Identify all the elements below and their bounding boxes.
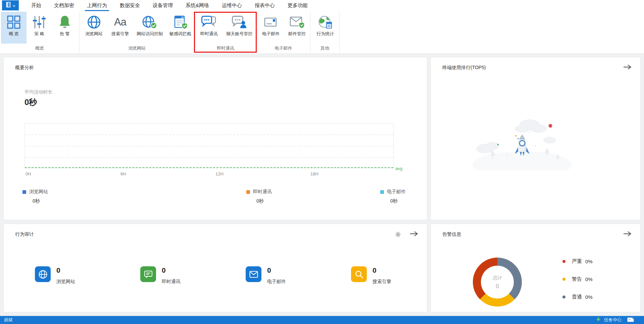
sensitive-word-shield-icon: [172, 14, 188, 30]
chart-gridline: [25, 157, 393, 158]
ribbon-item-sensitive-word[interactable]: 敏感词拦截: [166, 12, 194, 44]
search-icon[interactable]: [351, 266, 367, 282]
x-axis-tick: 12H: [215, 171, 224, 176]
avg-duration-label: 平均活动时长: [24, 89, 53, 95]
terminal-top5-card: 终端使用排行(TOP5): [431, 57, 641, 220]
ribbon-group-overview: 概 览 策 略 告 警 概览: [0, 12, 80, 53]
tab-ops-center[interactable]: 运维中心: [215, 0, 248, 11]
app-menu-button[interactable]: [2, 0, 19, 10]
legend-label: 即时通讯: [253, 189, 272, 195]
legend-swatch: [246, 190, 250, 194]
ribbon-item-label: 敏感词拦截: [169, 31, 191, 37]
legend-label: 严重: [572, 258, 582, 265]
summary-analysis-card: 概要分析 平均活动时长 0秒 avg 0H 6H 12H 18H 浏览网站 0秒…: [3, 57, 427, 220]
legend-label: 浏览网站: [29, 189, 48, 195]
legend-percent: 0%: [585, 294, 593, 300]
ribbon-item-label: 策 略: [34, 31, 44, 37]
ribbon-item-behavior-stats[interactable]: 行为统计: [311, 12, 339, 44]
audit-stat-browse: 0 浏览网站: [35, 266, 75, 285]
legend-swatch: [380, 190, 384, 194]
ribbon-item-mail-control[interactable]: 邮件管控: [284, 12, 310, 44]
ribbon-item-policy[interactable]: 策 略: [27, 12, 52, 44]
overview-grid-icon: [6, 14, 22, 30]
status-ready-text: 就绪: [4, 317, 13, 323]
ribbon-group-label: 概览: [0, 45, 79, 51]
ribbon-item-label: 概 览: [9, 31, 19, 37]
policy-sliders-icon: [31, 14, 47, 30]
tab-system-network[interactable]: 系统&网络: [179, 0, 215, 11]
audit-stat-im: 0 即时通讯: [140, 266, 181, 285]
statusbar-right: 任务中心: [596, 317, 640, 323]
arrow-right-icon[interactable]: [409, 231, 418, 238]
tab-internet-behavior[interactable]: 上网行为: [81, 0, 113, 11]
tab-start[interactable]: 开始: [25, 0, 48, 11]
ribbon-item-label: 告 警: [60, 31, 70, 37]
donut-total-label: 总计: [493, 275, 502, 281]
ribbon-item-site-access-control[interactable]: 网站访问控制: [133, 12, 166, 44]
arrow-right-icon[interactable]: [623, 64, 632, 71]
audit-stat-email: 0 电子邮件: [246, 266, 286, 285]
legend-label: 普通: [572, 294, 582, 300]
ribbon-toolbar: 概 览 策 略 告 警 概览: [0, 11, 644, 54]
ribbon-item-label: 网站访问控制: [137, 31, 163, 37]
download-arrow-icon[interactable]: [596, 317, 601, 323]
tab-doc-encrypt[interactable]: 文档加密: [48, 0, 81, 11]
audit-stat-search: 0 搜索引擎: [351, 266, 391, 285]
ribbon-item-chat-account-control[interactable]: 聊天账号管控: [222, 12, 256, 44]
alarm-legend-normal: 普通 0%: [562, 294, 593, 300]
ribbon-item-alert[interactable]: 告 警: [52, 12, 78, 44]
legend-dot: [562, 260, 565, 263]
tab-device-mgmt[interactable]: 设备管理: [146, 0, 179, 11]
alert-bell-icon: [57, 14, 73, 30]
site-access-globe-check-icon: [142, 14, 158, 30]
menu-tabs: 开始 文档加密 上网行为 数据安全 设备管理 系统&网络 运维中心 报表中心 更…: [25, 0, 314, 11]
mail-icon[interactable]: [246, 266, 261, 282]
x-axis-tick: 0H: [26, 171, 31, 176]
donut-center-label: 总计 0: [473, 258, 522, 307]
ribbon-group-label: 浏览网站: [80, 45, 194, 51]
legend-item-browse: 浏览网站 0秒: [22, 189, 48, 204]
empty-state-illustration: [472, 115, 573, 172]
ribbon-item-search-engine[interactable]: Aa 搜索引擎: [107, 12, 133, 44]
ribbon-group-other: 行为统计 其他: [310, 12, 340, 53]
task-center-link[interactable]: 任务中心: [604, 317, 622, 323]
legend-item-email: 电子邮件 0秒: [380, 189, 406, 204]
alarm-donut-chart: 总计 0: [473, 258, 522, 307]
statusbar: 就绪 任务中心: [0, 316, 644, 324]
avg-dashed-line: avg: [25, 167, 393, 168]
stat-value: 0: [56, 267, 75, 274]
card-title: 终端使用排行(TOP5): [442, 65, 486, 71]
gear-icon[interactable]: [395, 231, 401, 239]
tab-more-features[interactable]: 更多功能: [281, 0, 314, 11]
legend-dot: [562, 295, 565, 299]
legend-value: 0秒: [33, 198, 48, 204]
message-panel-icon[interactable]: [627, 317, 635, 323]
browse-globe-icon: [86, 14, 102, 30]
alarm-info-card: 告警信息 总计 0 严重 0% 警告 0% 普: [431, 224, 641, 312]
ribbon-item-overview[interactable]: 概 览: [1, 12, 27, 44]
ribbon-item-email[interactable]: 电子邮件: [258, 12, 284, 44]
alarm-legend-critical: 严重 0%: [562, 258, 593, 265]
globe-icon[interactable]: [35, 266, 51, 282]
stat-label: 电子邮件: [267, 279, 286, 285]
tab-report-center[interactable]: 报表中心: [248, 0, 281, 11]
ribbon-group-label: 即时通讯: [195, 45, 256, 51]
ribbon-item-label: 搜索引擎: [111, 31, 129, 37]
ribbon-item-label: 浏览网站: [85, 31, 103, 37]
chart-gridline: [25, 134, 393, 135]
ribbon-group-im: 即时通讯 聊天账号管控 即时通讯: [195, 12, 257, 53]
ribbon-item-label: 聊天账号管控: [226, 31, 252, 37]
chevron-down-icon: [13, 2, 15, 8]
legend-percent: 0%: [585, 259, 593, 264]
ribbon-group-label: 其他: [310, 45, 339, 51]
ribbon-item-browse-site[interactable]: 浏览网站: [81, 12, 107, 44]
ribbon-group-email: 电子邮件 邮件管控 电子邮件: [257, 12, 310, 53]
legend-label: 警告: [572, 276, 582, 282]
ribbon-group-browse: 浏览网站 Aa 搜索引擎 网站访问控制: [80, 12, 195, 53]
chat-icon[interactable]: [140, 266, 156, 282]
ribbon-item-im[interactable]: 即时通讯: [196, 12, 222, 44]
ribbon-group-label: 电子邮件: [257, 45, 310, 51]
ribbon-item-label: 邮件管控: [288, 31, 306, 37]
arrow-right-icon[interactable]: [623, 231, 632, 238]
tab-data-security[interactable]: 数据安全: [113, 0, 146, 11]
